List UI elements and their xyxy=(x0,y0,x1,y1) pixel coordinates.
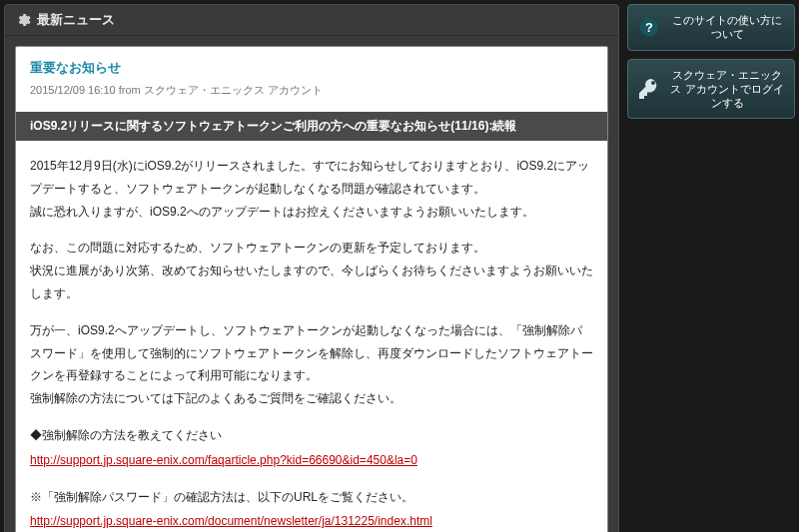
help-button[interactable]: ? このサイトの使い方について xyxy=(627,4,795,51)
article-banner: iOS9.2リリースに関するソフトウェアトークンご利用の方への重要なお知らせ(1… xyxy=(16,112,607,141)
help-button-label: このサイトの使い方について xyxy=(668,13,786,42)
article-content: 2015年12月9日(水)にiOS9.2がリリースされました。すでにお知らせして… xyxy=(16,141,607,532)
article-card: 重要なお知らせ 2015/12/09 16:10 from スクウェア・エニック… xyxy=(15,46,608,532)
panel-title: 最新ニュース xyxy=(37,11,115,29)
question-icon: ? xyxy=(636,14,662,40)
key-icon xyxy=(636,76,662,102)
svg-text:?: ? xyxy=(645,20,653,35)
article-title-link[interactable]: 重要なお知らせ xyxy=(30,60,121,75)
article-meta: 重要なお知らせ 2015/12/09 16:10 from スクウェア・エニック… xyxy=(16,47,607,106)
panel-header: 最新ニュース xyxy=(5,5,618,36)
section-heading: ◆強制解除の方法を教えてください xyxy=(30,424,593,447)
article-paragraph: 2015年12月9日(水)にiOS9.2がリリースされました。すでにお知らせして… xyxy=(30,155,593,223)
newsletter-link[interactable]: http://support.jp.square-enix.com/docume… xyxy=(30,510,432,532)
login-button[interactable]: スクウェア・エニックス アカウントでログインする xyxy=(627,59,795,120)
faq-link[interactable]: http://support.jp.square-enix.com/faqart… xyxy=(30,449,417,472)
panel-body: 重要なお知らせ 2015/12/09 16:10 from スクウェア・エニック… xyxy=(5,36,618,532)
article-paragraph: 万が一、iOS9.2へアップデートし、ソフトウェアトークンが起動しなくなった場合… xyxy=(30,319,593,410)
sidebar: ? このサイトの使い方について スクウェア・エニックス アカウントでログインする xyxy=(627,4,795,532)
article-paragraph: なお、この問題に対応するため、ソフトウェアトークンの更新を予定しております。状況… xyxy=(30,237,593,304)
article-date: 2015/12/09 16:10 from スクウェア・エニックス アカウント xyxy=(30,83,593,98)
article-paragraph: ※「強制解除パスワード」の確認方法は、以下のURLをご覧ください。 xyxy=(30,486,593,509)
news-panel: 最新ニュース 重要なお知らせ 2015/12/09 16:10 from スクウ… xyxy=(4,4,619,532)
gear-icon xyxy=(15,12,31,28)
login-button-label: スクウェア・エニックス アカウントでログインする xyxy=(668,68,786,111)
